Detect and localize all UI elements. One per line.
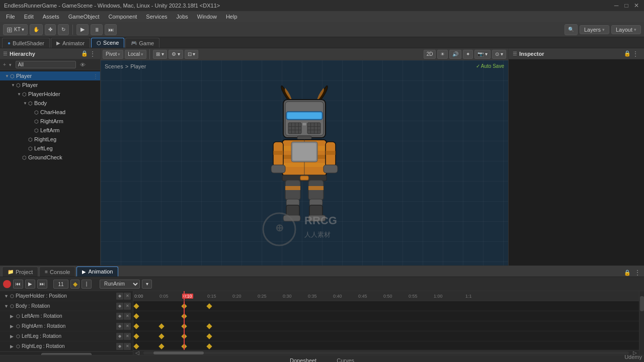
grid-button[interactable]: ⊞ ▾ xyxy=(153,50,167,59)
keyframe[interactable] xyxy=(158,323,164,329)
tab-animator[interactable]: ▶ Animator xyxy=(51,38,90,48)
menu-window[interactable]: Window xyxy=(193,13,221,21)
clip-options-btn[interactable]: ▾ xyxy=(142,280,152,289)
anim-play-btn[interactable]: ▶ xyxy=(25,280,35,289)
menu-edit[interactable]: Edit xyxy=(20,13,38,21)
eye-icon[interactable]: 👁 xyxy=(80,62,86,68)
record-button[interactable] xyxy=(3,280,11,288)
keyframe[interactable] xyxy=(133,343,139,349)
anim-prev-frame-btn[interactable]: ⏮ xyxy=(13,280,23,289)
menu-file[interactable]: File xyxy=(2,13,19,21)
keyframe[interactable] xyxy=(133,303,139,309)
tree-item-groundcheck[interactable]: ⬡ GroundCheck xyxy=(0,153,100,162)
snap-button[interactable]: ⊡ ▾ xyxy=(185,50,199,59)
step-button[interactable]: ⏭ xyxy=(105,24,117,35)
keyframe[interactable] xyxy=(158,333,164,339)
tab-game[interactable]: 🎮 Game xyxy=(125,38,159,48)
search-btn[interactable]: 🔍 xyxy=(565,24,578,35)
menu-jobs[interactable]: Jobs xyxy=(173,13,192,21)
gizmo-view-button[interactable]: ⊙ ▾ xyxy=(492,50,506,59)
tree-item-rightleg[interactable]: ⬡ RightLeg xyxy=(0,135,100,144)
playhead-full[interactable] xyxy=(184,301,185,350)
gizmos-button[interactable]: ⚙ ▾ xyxy=(169,50,183,59)
track-remove-btn[interactable]: ✕ xyxy=(124,323,131,330)
pause-button[interactable]: ⏸ xyxy=(91,24,103,35)
scene-canvas[interactable]: Scenes > Player ✓ Auto Save xyxy=(101,60,508,265)
item-menu-icon[interactable]: ⋮ xyxy=(93,73,98,79)
tree-item-rightarm[interactable]: ⬡ RightArm xyxy=(0,117,100,126)
track-remove-btn[interactable]: ✕ xyxy=(124,303,131,310)
curves-tab[interactable]: Curves xyxy=(327,356,364,363)
anim-next-frame-btn[interactable]: ⏭ xyxy=(37,280,47,289)
track-remove-btn[interactable]: ✕ xyxy=(124,293,131,300)
dopesheet-tab[interactable]: Dopesheet xyxy=(280,356,327,363)
lock-icon[interactable]: 🔒 xyxy=(624,269,631,276)
keyframe[interactable] xyxy=(206,333,212,339)
track-keyframe-btn[interactable]: ◆ xyxy=(116,293,123,300)
track-keyframe-btn[interactable]: ◆ xyxy=(116,323,123,330)
playhead[interactable] xyxy=(184,291,185,301)
maximize-button[interactable]: □ xyxy=(623,2,630,9)
menu-assets[interactable]: Assets xyxy=(39,13,63,21)
tree-item-leftarm[interactable]: ⬡ LeftArm xyxy=(0,126,100,135)
close-button[interactable]: ✕ xyxy=(633,2,640,9)
keyframe[interactable] xyxy=(133,323,139,329)
lock-icon[interactable]: 🔒 xyxy=(81,50,88,57)
minimize-button[interactable]: ─ xyxy=(613,2,620,9)
track-remove-btn[interactable]: ✕ xyxy=(124,313,131,320)
scroll-thumb[interactable] xyxy=(153,351,204,354)
menu-help[interactable]: Help xyxy=(222,13,242,21)
move-tool[interactable]: ✤ xyxy=(45,24,56,35)
track-leftarm-rotation[interactable]: ▶ ⬡ LeftArm : Rotation ◆ ✕ xyxy=(0,311,133,321)
track-leftleg-rotation[interactable]: ▶ ⬡ LeftLeg : Rotation ◆ ✕ xyxy=(0,331,133,341)
local-button[interactable]: Local ▾ xyxy=(125,50,146,59)
hierarchy-search-input[interactable] xyxy=(16,61,76,68)
anim-add-keyframe-btn[interactable]: ◆ xyxy=(70,280,79,289)
tab-project[interactable]: 📁 Project xyxy=(2,266,38,277)
vertical-scroll-thumb[interactable] xyxy=(640,296,644,311)
light-button[interactable]: ☀ xyxy=(437,50,448,59)
keyframe[interactable] xyxy=(133,313,139,319)
menu-component[interactable]: Component xyxy=(104,13,141,21)
scroll-track[interactable] xyxy=(143,351,629,354)
track-keyframe-btn[interactable]: ◆ xyxy=(116,343,123,350)
tab-bulletshader[interactable]: ● BulletShader xyxy=(2,38,50,48)
track-remove-btn[interactable]: ✕ xyxy=(124,343,131,350)
tree-item-charhead[interactable]: ⬡ CharHead xyxy=(0,108,100,117)
tree-item-playerholder[interactable]: ▼ ⬡ PlayerHolder xyxy=(0,89,100,99)
tab-animation[interactable]: ▶ Animation xyxy=(76,266,118,277)
keyframe[interactable] xyxy=(206,303,212,309)
tab-scene[interactable]: ⬡ Scene xyxy=(91,38,124,48)
layers-button[interactable]: Layers ▾ xyxy=(580,25,609,34)
animation-clip-select[interactable]: RunAnim xyxy=(100,280,140,289)
more-options-icon[interactable]: ⋮ xyxy=(631,50,640,58)
unity-logo-btn[interactable]: ⊞ KT ▾ xyxy=(3,24,28,35)
tree-item-player[interactable]: ▼ ⬡ Player xyxy=(0,80,100,89)
hand-tool[interactable]: ✋ xyxy=(30,24,43,35)
rotate-tool[interactable]: ↻ xyxy=(58,24,69,35)
camera-button[interactable]: 📷 ▾ xyxy=(474,50,491,59)
tree-item-body[interactable]: ▼ ⬡ Body xyxy=(0,99,100,108)
keyframe[interactable] xyxy=(158,343,164,349)
tab-console[interactable]: ≡ Console xyxy=(39,266,75,277)
vertical-scrollbar[interactable] xyxy=(639,291,644,355)
anim-add-event-btn[interactable]: | xyxy=(82,280,92,289)
frame-number[interactable]: 11 xyxy=(53,280,68,289)
track-remove-btn[interactable]: ✕ xyxy=(124,333,131,340)
track-rightarm-rotation[interactable]: ▶ ⬡ RightArm : Rotation ◆ ✕ xyxy=(0,321,133,331)
scroll-left-arrow[interactable]: ◁ xyxy=(133,350,141,355)
audio-button[interactable]: 🔊 xyxy=(449,50,461,59)
keyframe[interactable] xyxy=(206,323,212,329)
lock-icon[interactable]: 🔒 xyxy=(624,50,631,57)
tree-item-player-root[interactable]: ▼ ⬡ Player ⋮ xyxy=(0,71,100,80)
menu-services[interactable]: Services xyxy=(142,13,171,21)
fx-button[interactable]: ✦ xyxy=(463,50,473,59)
plus-icon[interactable]: + xyxy=(3,62,6,67)
keyframe[interactable] xyxy=(206,343,212,349)
keyframe[interactable] xyxy=(133,333,139,339)
layout-button[interactable]: Layout ▾ xyxy=(611,25,641,34)
track-rightleg-rotation[interactable]: ▶ ⬡ RightLeg : Rotation ◆ ✕ xyxy=(0,341,133,351)
track-keyframe-btn[interactable]: ◆ xyxy=(116,313,123,320)
2d-button[interactable]: 2D xyxy=(424,50,436,59)
pivot-button[interactable]: Pivot ▾ xyxy=(103,50,123,59)
